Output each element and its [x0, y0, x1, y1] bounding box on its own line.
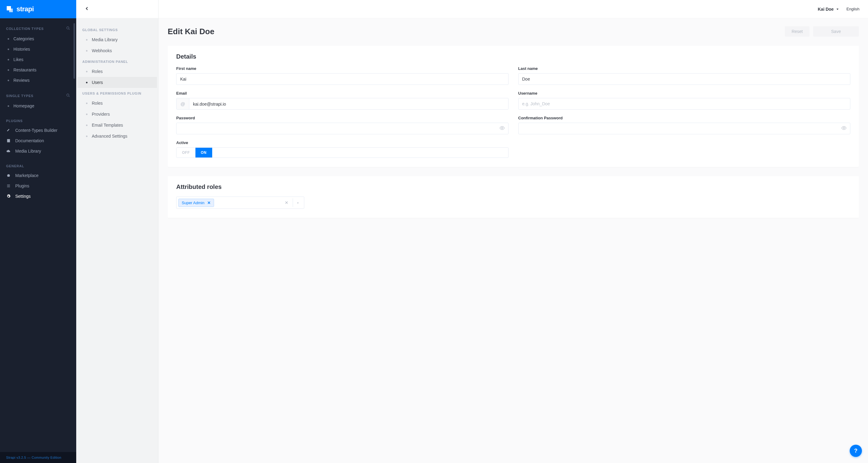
- user-name: Kai Doe: [818, 7, 834, 11]
- user-menu[interactable]: Kai Doe: [818, 7, 839, 11]
- roles-caret-down-icon[interactable]: [293, 198, 302, 207]
- sidebar-scrollbar[interactable]: [73, 23, 75, 79]
- settings-sub-sidebar: Global Settings Media Library Webhooks A…: [76, 0, 159, 463]
- sidebar-item-media-library[interactable]: Media Library: [0, 146, 76, 156]
- svg-point-2: [67, 27, 69, 29]
- eye-icon[interactable]: [499, 125, 505, 132]
- active-toggle[interactable]: OFF ON: [176, 147, 508, 158]
- sidebar-item-label: Homepage: [13, 104, 34, 108]
- at-icon: @: [177, 98, 189, 109]
- section-title-general: General: [6, 164, 24, 168]
- roles-heading: Attributed roles: [176, 183, 850, 191]
- paint-brush-icon: [6, 128, 11, 133]
- email-input[interactable]: [189, 98, 508, 110]
- svg-point-11: [501, 127, 503, 129]
- sub-item-providers[interactable]: Providers: [78, 109, 157, 120]
- sub-item-roles-up[interactable]: Roles: [78, 98, 157, 109]
- sub-item-email-templates[interactable]: Email Templates: [78, 120, 157, 131]
- sidebar-item-categories[interactable]: Categories: [0, 34, 76, 44]
- sidebar-item-label: Likes: [13, 57, 24, 62]
- password-input[interactable]: [176, 123, 508, 134]
- sub-item-label: Media Library: [92, 37, 118, 42]
- email-label: Email: [176, 91, 508, 95]
- book-icon: [6, 139, 11, 143]
- eye-icon[interactable]: [841, 125, 847, 132]
- username-input[interactable]: [518, 98, 850, 110]
- sidebar-item-label: Categories: [13, 36, 34, 41]
- sidebar-item-label: Reviews: [13, 78, 30, 83]
- sidebar-item-label: Settings: [15, 194, 31, 199]
- sidebar-item-documentation[interactable]: Documentation: [0, 136, 76, 146]
- sub-item-users[interactable]: Users: [78, 77, 157, 88]
- page-title: Edit Kai Doe: [168, 27, 214, 36]
- sidebar-item-label: Restaurants: [13, 67, 36, 73]
- question-mark-icon: ?: [854, 448, 858, 454]
- details-heading: Details: [176, 53, 850, 60]
- sidebar-item-restaurants[interactable]: Restaurants: [0, 65, 76, 75]
- help-fab[interactable]: ?: [850, 445, 862, 457]
- clear-roles-icon[interactable]: ✕: [283, 199, 290, 206]
- username-label: Username: [518, 91, 850, 95]
- chevron-left-icon: [84, 6, 90, 12]
- sidebar-item-marketplace[interactable]: Marketplace: [0, 170, 76, 181]
- brand-name: strapi: [17, 5, 34, 13]
- list-icon: [6, 184, 11, 188]
- sidebar-item-reviews[interactable]: Reviews: [0, 75, 76, 85]
- sub-item-label: Advanced Settings: [92, 134, 127, 139]
- main-content: Kai Doe English Edit Kai Doe Reset Save …: [159, 0, 868, 463]
- reset-button[interactable]: Reset: [785, 26, 809, 37]
- search-icon[interactable]: [66, 26, 70, 31]
- role-chip-super-admin: Super Admin ✕: [178, 199, 214, 207]
- sidebar-item-label: Histories: [13, 47, 30, 52]
- last-name-input[interactable]: [518, 73, 850, 85]
- sub-item-roles-admin[interactable]: Roles: [78, 66, 157, 77]
- sub-item-label: Users: [92, 80, 103, 85]
- sub-item-advanced-settings[interactable]: Advanced Settings: [78, 131, 157, 142]
- svg-line-5: [69, 96, 69, 97]
- sub-section-up-plugin: Users & Permissions Plugin: [76, 88, 158, 98]
- first-name-label: First name: [176, 66, 508, 71]
- sub-item-label: Roles: [92, 69, 103, 74]
- sidebar-footer-version: Strapi v3.2.5 — Community Edition: [0, 452, 76, 463]
- last-name-label: Last name: [518, 66, 850, 71]
- sub-item-webhooks[interactable]: Webhooks: [78, 45, 157, 56]
- role-chip-label: Super Admin: [182, 201, 204, 205]
- sidebar-item-label: Documentation: [15, 138, 44, 143]
- sub-item-media-library[interactable]: Media Library: [78, 34, 157, 45]
- svg-rect-6: [7, 139, 10, 143]
- svg-point-12: [843, 127, 845, 129]
- section-title-plugins: Plugins: [6, 119, 23, 123]
- roles-select[interactable]: Super Admin ✕ ✕: [176, 197, 304, 209]
- sidebar-item-plugins[interactable]: Plugins: [0, 181, 76, 191]
- toggle-off[interactable]: OFF: [177, 148, 195, 157]
- sidebar-item-homepage[interactable]: Homepage: [0, 101, 76, 111]
- first-name-input[interactable]: [176, 73, 508, 85]
- sidebar-item-label: Media Library: [15, 149, 41, 153]
- strapi-logo-icon: [6, 5, 13, 13]
- details-card: Details First name Last name Email @: [168, 46, 859, 167]
- password-label: Password: [176, 116, 508, 120]
- save-button[interactable]: Save: [813, 26, 859, 37]
- language-selector[interactable]: English: [846, 7, 860, 11]
- svg-marker-10: [837, 8, 839, 10]
- active-label: Active: [176, 140, 508, 145]
- topbar: Kai Doe English: [159, 0, 868, 18]
- main-sidebar: strapi Collection Types Categories Histo…: [0, 0, 76, 463]
- sidebar-item-histories[interactable]: Histories: [0, 44, 76, 54]
- sidebar-item-label: Marketplace: [15, 173, 38, 178]
- section-title-single: Single Types: [6, 94, 34, 98]
- sidebar-item-likes[interactable]: Likes: [0, 54, 76, 65]
- remove-role-icon[interactable]: ✕: [207, 201, 211, 205]
- sidebar-item-settings[interactable]: Settings: [0, 191, 76, 201]
- search-icon[interactable]: [66, 93, 70, 98]
- svg-line-3: [69, 29, 69, 30]
- sidebar-item-content-types-builder[interactable]: Content-Types Builder: [0, 125, 76, 136]
- confirm-password-input[interactable]: [518, 123, 850, 134]
- sub-item-label: Email Templates: [92, 123, 123, 127]
- gear-icon: [6, 194, 11, 198]
- sidebar-logo[interactable]: strapi: [0, 0, 76, 18]
- cloud-upload-icon: [6, 149, 11, 153]
- sub-section-global: Global Settings: [76, 24, 158, 34]
- toggle-on[interactable]: ON: [195, 148, 212, 157]
- back-button[interactable]: [82, 5, 91, 14]
